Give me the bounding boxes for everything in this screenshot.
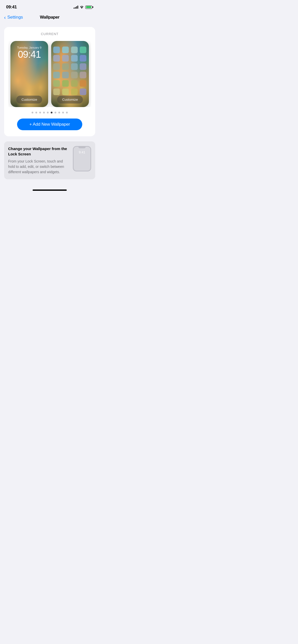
- battery-icon: [85, 6, 93, 9]
- add-wallpaper-button[interactable]: + Add New Wallpaper: [17, 119, 82, 130]
- lock-date: Tuesday, January 9: [13, 46, 45, 49]
- app-icon: [53, 47, 60, 53]
- lock-time: 09:41: [13, 50, 45, 59]
- app-grid: [53, 46, 87, 96]
- signal-icon: [74, 6, 78, 9]
- page-dot[interactable]: [39, 112, 41, 113]
- app-icon: [62, 89, 69, 95]
- phone-illustration: 9:41: [73, 146, 91, 171]
- section-label: CURRENT: [41, 32, 58, 36]
- page-dot[interactable]: [51, 112, 52, 113]
- page-dot[interactable]: [32, 112, 33, 113]
- page-title: Wallpaper: [40, 15, 59, 20]
- phone-notch: [78, 147, 86, 148]
- page-dot[interactable]: [55, 112, 56, 113]
- app-icon: [62, 55, 69, 62]
- page-dot[interactable]: [62, 112, 64, 113]
- app-icon: [53, 63, 60, 70]
- back-label: Settings: [7, 15, 23, 20]
- back-button[interactable]: ‹ Settings: [4, 14, 23, 20]
- app-icon: [80, 55, 86, 62]
- app-icon: [53, 89, 60, 95]
- app-icon: [71, 55, 78, 62]
- page-dot[interactable]: [58, 112, 60, 113]
- info-card: Change your Wallpaper from the Lock Scre…: [4, 141, 95, 179]
- wallpaper-card: CURRENT Tuesday, January 9 09:41 Customi…: [4, 27, 95, 136]
- home-screen-preview[interactable]: Customize: [51, 41, 89, 107]
- app-icon: [71, 89, 78, 95]
- status-icons: [74, 6, 93, 9]
- home-indicator: [33, 189, 67, 191]
- info-text-block: Change your Wallpaper from the Lock Scre…: [8, 146, 69, 175]
- page-dot[interactable]: [66, 112, 68, 113]
- status-bar: 09:41: [0, 0, 99, 13]
- page-dots: [32, 112, 68, 113]
- home-customize-button[interactable]: Customize: [57, 96, 83, 104]
- app-icon: [62, 80, 69, 87]
- info-body: From your Lock Screen, touch and hold to…: [8, 159, 69, 175]
- app-icon: [53, 80, 60, 87]
- app-icon: [53, 55, 60, 62]
- main-content: CURRENT Tuesday, January 9 09:41 Customi…: [0, 23, 99, 183]
- previews-row: Tuesday, January 9 09:41 Customize Custo…: [8, 41, 91, 107]
- app-icon: [80, 89, 86, 95]
- page-dot[interactable]: [47, 112, 49, 113]
- app-icon: [71, 80, 78, 87]
- nav-bar: ‹ Settings Wallpaper: [0, 13, 99, 23]
- app-icon: [71, 63, 78, 70]
- page-dot[interactable]: [35, 112, 37, 113]
- app-icon: [71, 72, 78, 78]
- app-icon: [80, 63, 86, 70]
- phone-illustration-time: 9:41: [79, 150, 85, 154]
- lock-screen-preview[interactable]: Tuesday, January 9 09:41 Customize: [10, 41, 48, 107]
- svg-point-0: [82, 8, 82, 8]
- app-icon: [62, 47, 69, 53]
- app-icon: [62, 63, 69, 70]
- info-title: Change your Wallpaper from the Lock Scre…: [8, 146, 69, 157]
- lock-customize-button[interactable]: Customize: [16, 96, 42, 104]
- app-icon: [62, 72, 69, 78]
- app-icon: [53, 72, 60, 78]
- page-dot[interactable]: [43, 112, 45, 113]
- status-time: 09:41: [6, 5, 17, 10]
- app-icon: [71, 47, 78, 53]
- chevron-left-icon: ‹: [4, 14, 6, 20]
- app-icon: [80, 80, 86, 87]
- app-icon: [80, 72, 86, 78]
- wifi-icon: [80, 6, 84, 9]
- app-icon: [80, 47, 86, 53]
